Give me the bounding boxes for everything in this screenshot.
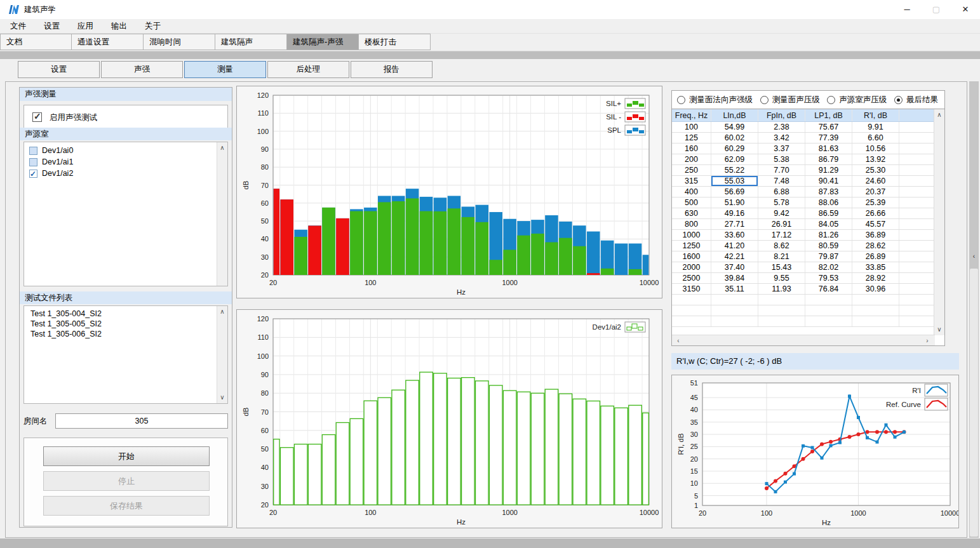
table-cell[interactable]: 6.88 <box>758 187 805 197</box>
table-cell[interactable] <box>672 305 711 316</box>
table-cell[interactable]: 500 <box>672 197 711 208</box>
table-cell[interactable] <box>899 154 935 164</box>
radio-测量面声压级[interactable]: 测量面声压级 <box>760 95 820 105</box>
table-cell[interactable]: 13.92 <box>852 154 899 164</box>
table-cell[interactable]: 28.92 <box>852 273 899 283</box>
table-cell[interactable] <box>852 295 899 305</box>
table-cell[interactable] <box>899 208 935 218</box>
table-cell[interactable]: 6.60 <box>852 133 899 143</box>
channel-checkbox[interactable]: ✓ <box>29 170 37 178</box>
channel-checkbox[interactable] <box>29 158 37 166</box>
table-cell[interactable]: 27.71 <box>711 219 758 229</box>
tab-通道设置[interactable]: 通道设置 <box>72 34 144 50</box>
table-cell[interactable] <box>805 305 852 316</box>
table-cell[interactable]: 79.53 <box>805 273 852 283</box>
collapse-arrow-icon[interactable]: ‹ <box>969 253 979 260</box>
test-file-item[interactable]: Test 1_305-005_SI2 <box>24 319 227 329</box>
table-hscrollbar[interactable]: ‹ › <box>672 335 935 345</box>
subtab-后处理[interactable]: 后处理 <box>267 61 349 78</box>
table-cell[interactable]: 39.84 <box>711 273 758 283</box>
table-cell[interactable]: 82.02 <box>805 262 852 272</box>
minimize-button[interactable]: ─ <box>892 0 922 19</box>
table-cell[interactable] <box>899 176 935 186</box>
table-cell[interactable]: 10.56 <box>852 144 899 154</box>
table-cell[interactable] <box>899 273 935 283</box>
table-cell[interactable]: 9.55 <box>758 273 805 283</box>
collapse-handle[interactable] <box>970 269 978 537</box>
table-cell[interactable]: 3.42 <box>758 133 805 143</box>
scroll-left-icon[interactable]: ‹ <box>673 336 683 346</box>
radio-circle-icon[interactable] <box>677 96 685 104</box>
table-cell[interactable]: 86.79 <box>805 154 852 164</box>
table-cell[interactable]: 91.29 <box>805 165 852 175</box>
table-cell[interactable]: 24.60 <box>852 176 899 186</box>
table-cell[interactable] <box>672 316 711 326</box>
table-cell[interactable]: 9.42 <box>758 208 805 218</box>
table-cell[interactable] <box>899 262 935 272</box>
table-cell[interactable]: 28.62 <box>852 241 899 251</box>
table-row[interactable]: 40056.696.8887.8320.37 <box>672 187 935 197</box>
start-button[interactable]: 开始 <box>43 446 210 466</box>
radio-circle-icon[interactable] <box>760 96 769 104</box>
table-cell[interactable] <box>899 144 935 154</box>
radio-最后结果[interactable]: 最后结果 <box>894 95 938 105</box>
table-cell[interactable] <box>899 295 935 305</box>
table-cell[interactable]: 250 <box>672 165 711 175</box>
table-cell[interactable] <box>672 295 711 305</box>
table-cell[interactable]: 51.90 <box>711 197 758 208</box>
table-row[interactable]: 315035.1111.9376.8430.96 <box>672 284 935 295</box>
table-row[interactable]: 25055.227.7091.2925.30 <box>672 165 935 176</box>
scroll-up-icon[interactable]: ∧ <box>217 307 227 317</box>
table-cell[interactable]: 1250 <box>672 241 711 251</box>
enable-intensity-checkbox[interactable]: ✓ <box>32 112 42 122</box>
stop-button[interactable]: 停止 <box>43 471 210 491</box>
table-cell[interactable] <box>899 165 935 175</box>
tab-建筑隔声[interactable]: 建筑隔声 <box>215 34 287 50</box>
menu-item-输出[interactable]: 输出 <box>102 19 136 33</box>
scroll-down-icon[interactable]: ∨ <box>934 324 944 335</box>
source-room-item[interactable]: Dev1/ai1 <box>24 156 227 168</box>
table-cell[interactable] <box>899 316 935 326</box>
menu-item-关于[interactable]: 关于 <box>136 19 170 33</box>
table-cell[interactable]: 800 <box>672 219 711 229</box>
table-cell[interactable]: 20.37 <box>852 187 899 197</box>
table-cell[interactable]: 7.70 <box>758 165 805 175</box>
table-cell[interactable] <box>805 316 852 326</box>
table-cell[interactable]: 11.93 <box>758 284 805 294</box>
subtab-设置[interactable]: 设置 <box>18 61 100 78</box>
table-cell[interactable]: 400 <box>672 187 711 197</box>
tab-楼板打击[interactable]: 楼板打击 <box>359 34 431 50</box>
table-row[interactable]: 250039.849.5579.5328.92 <box>672 273 935 284</box>
table-cell[interactable]: 1000 <box>672 230 711 240</box>
table-cell[interactable]: 26.66 <box>852 208 899 218</box>
table-cell[interactable]: 54.99 <box>711 122 758 132</box>
table-cell[interactable] <box>899 241 935 251</box>
table-row[interactable]: 200037.4015.4382.0233.85 <box>672 262 935 273</box>
radio-声源室声压级[interactable]: 声源室声压级 <box>827 95 887 105</box>
table-cell[interactable]: 76.84 <box>805 284 852 294</box>
table-row[interactable]: 125041.208.6280.5928.62 <box>672 241 935 251</box>
table-cell[interactable]: 15.43 <box>758 262 805 272</box>
subtab-测量[interactable]: 测量 <box>184 61 266 78</box>
table-cell[interactable] <box>852 316 899 326</box>
table-cell[interactable] <box>711 295 758 305</box>
table-cell[interactable]: 87.83 <box>805 187 852 197</box>
table-row[interactable]: 20062.095.3886.7913.92 <box>672 154 935 165</box>
radio-测量面法向声强级[interactable]: 测量面法向声强级 <box>677 95 753 105</box>
maximize-button[interactable]: ▢ <box>922 0 951 19</box>
table-row[interactable]: 31555.037.4890.4124.60 <box>672 176 935 187</box>
table-cell[interactable] <box>899 133 935 143</box>
table-cell[interactable]: 2000 <box>672 262 711 272</box>
table-cell[interactable]: 5.38 <box>758 154 805 164</box>
test-file-item[interactable]: Test 1_305-006_SI2 <box>24 329 227 339</box>
table-row[interactable]: 100033.6017.1281.2636.89 <box>672 230 935 241</box>
table-cell[interactable]: 84.05 <box>805 219 852 229</box>
tab-建筑隔声-声强[interactable]: 建筑隔声-声强 <box>287 34 359 50</box>
source-list-scrollbar[interactable]: ∧ <box>217 142 227 286</box>
table-row[interactable]: 10054.992.3875.679.91 <box>672 122 935 133</box>
table-cell[interactable]: 2500 <box>672 273 711 283</box>
table-row[interactable]: 80027.7126.9184.0545.57 <box>672 219 935 230</box>
file-list-scrollbar[interactable]: ∧ ∨ <box>217 306 227 403</box>
table-cell[interactable]: 42.21 <box>711 251 758 262</box>
table-cell[interactable]: 36.89 <box>852 230 899 240</box>
